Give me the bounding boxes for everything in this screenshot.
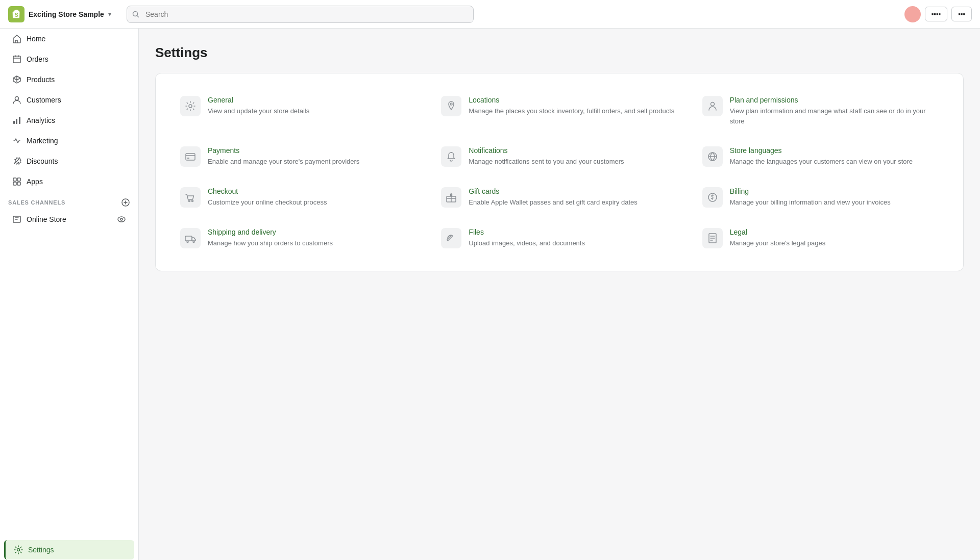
search-bar bbox=[127, 6, 474, 23]
store-dropdown-icon[interactable]: ▾ bbox=[108, 11, 111, 18]
general-desc: View and update your store details bbox=[208, 107, 309, 115]
sidebar-label-marketing: Marketing bbox=[27, 137, 58, 145]
general-icon-box bbox=[180, 96, 201, 116]
settings-block-gift-cards[interactable]: Gift cards Enable Apple Wallet passes an… bbox=[429, 177, 690, 218]
locations-desc: Manage the places you stock inventory, f… bbox=[469, 107, 674, 115]
header-right: ▪▪▪▪ ▪▪▪ bbox=[904, 6, 972, 22]
sidebar-label-analytics: Analytics bbox=[27, 116, 55, 124]
settings-block-languages[interactable]: Store languages Manage the languages you… bbox=[690, 136, 951, 177]
svg-point-16 bbox=[118, 217, 125, 222]
shipping-icon-box bbox=[180, 228, 201, 248]
top-header: S Exciting Store Sample ▾ ▪▪▪▪ ▪▪▪ bbox=[0, 0, 980, 29]
svg-point-27 bbox=[192, 200, 193, 202]
customers-icon bbox=[12, 95, 21, 105]
general-title: General bbox=[208, 96, 416, 104]
svg-rect-6 bbox=[16, 119, 17, 124]
header-button-1[interactable]: ▪▪▪▪ bbox=[925, 7, 947, 21]
sidebar-item-products[interactable]: Products bbox=[4, 70, 134, 89]
sidebar-item-online-store[interactable]: Online Store bbox=[4, 210, 134, 229]
legal-text: Legal Manage your store's legal pages bbox=[730, 228, 939, 248]
gift-cards-title: Gift cards bbox=[469, 187, 677, 195]
settings-icon bbox=[14, 545, 23, 554]
gift-cards-icon-box bbox=[441, 187, 461, 208]
sidebar-item-orders[interactable]: Orders bbox=[4, 49, 134, 69]
add-sales-channel-button[interactable] bbox=[121, 198, 130, 207]
settings-block-notifications[interactable]: Notifications Manage notifications sent … bbox=[429, 136, 690, 177]
products-icon bbox=[12, 75, 21, 84]
payments-desc: Enable and manage your store's payment p… bbox=[208, 158, 359, 165]
search-input[interactable] bbox=[127, 6, 474, 23]
discounts-icon bbox=[12, 157, 21, 166]
languages-desc: Manage the languages your customers can … bbox=[730, 158, 913, 165]
gift-cards-desc: Enable Apple Wallet passes and set gift … bbox=[469, 198, 637, 206]
settings-block-checkout[interactable]: Checkout Customize your online checkout … bbox=[168, 177, 429, 218]
sidebar-item-analytics[interactable]: Analytics bbox=[4, 111, 134, 130]
settings-grid: General View and update your store detai… bbox=[168, 86, 951, 259]
svg-rect-11 bbox=[17, 178, 20, 181]
sidebar-item-customers[interactable]: Customers bbox=[4, 90, 134, 110]
sidebar-label-home: Home bbox=[27, 35, 45, 43]
sidebar-label-products: Products bbox=[27, 75, 55, 84]
svg-point-19 bbox=[189, 105, 192, 108]
billing-icon-box bbox=[702, 187, 723, 208]
plan-icon-box bbox=[702, 96, 723, 116]
checkout-icon-box bbox=[180, 187, 201, 208]
svg-rect-22 bbox=[186, 154, 195, 160]
main-content: Settings General View and update your st… bbox=[139, 29, 980, 560]
settings-block-payments[interactable]: Payments Enable and manage your store's … bbox=[168, 136, 429, 177]
main-layout: Home Orders Products Customers Analytics bbox=[0, 29, 980, 560]
sidebar-item-home[interactable]: Home bbox=[4, 29, 134, 48]
legal-title: Legal bbox=[730, 228, 939, 236]
online-store-label: Online Store bbox=[27, 215, 66, 223]
files-text: Files Upload images, videos, and documen… bbox=[469, 228, 677, 248]
checkout-text: Checkout Customize your online checkout … bbox=[208, 187, 416, 208]
online-store-eye-icon[interactable] bbox=[117, 215, 126, 224]
shipping-title: Shipping and delivery bbox=[208, 228, 416, 236]
svg-rect-23 bbox=[187, 158, 189, 159]
shipping-text: Shipping and delivery Manage how you shi… bbox=[208, 228, 416, 248]
notifications-icon-box bbox=[441, 146, 461, 167]
legal-icon-box bbox=[702, 228, 723, 248]
settings-block-general[interactable]: General View and update your store detai… bbox=[168, 86, 429, 136]
settings-block-shipping[interactable]: Shipping and delivery Manage how you shi… bbox=[168, 218, 429, 259]
sidebar-item-discounts[interactable]: Discounts bbox=[4, 151, 134, 171]
svg-rect-3 bbox=[13, 56, 20, 63]
avatar bbox=[904, 6, 921, 22]
sidebar-item-apps[interactable]: Apps bbox=[4, 172, 134, 191]
settings-block-legal[interactable]: Legal Manage your store's legal pages bbox=[690, 218, 951, 259]
shipping-desc: Manage how you ship orders to customers bbox=[208, 239, 333, 247]
payments-title: Payments bbox=[208, 146, 416, 155]
sidebar-label-apps: Apps bbox=[27, 177, 43, 186]
settings-block-locations[interactable]: Locations Manage the places you stock in… bbox=[429, 86, 690, 136]
sidebar-label-orders: Orders bbox=[27, 55, 48, 63]
sidebar-label-discounts: Discounts bbox=[27, 157, 58, 165]
files-icon-box bbox=[441, 228, 461, 248]
sidebar-item-settings[interactable]: Settings bbox=[4, 540, 134, 559]
settings-block-files[interactable]: Files Upload images, videos, and documen… bbox=[429, 218, 690, 259]
header-button-2[interactable]: ▪▪▪ bbox=[951, 7, 972, 21]
page-title: Settings bbox=[155, 45, 964, 61]
svg-rect-13 bbox=[17, 182, 20, 185]
settings-label: Settings bbox=[28, 546, 54, 554]
search-icon bbox=[132, 10, 140, 18]
svg-point-4 bbox=[15, 97, 19, 100]
svg-point-17 bbox=[120, 218, 122, 220]
checkout-desc: Customize your online checkout process bbox=[208, 198, 327, 206]
home-icon bbox=[12, 34, 21, 43]
svg-point-20 bbox=[450, 103, 452, 105]
plan-text: Plan and permissions View plan informati… bbox=[730, 96, 939, 126]
logo-area[interactable]: S Exciting Store Sample ▾ bbox=[8, 6, 120, 22]
locations-title: Locations bbox=[469, 96, 677, 104]
checkout-title: Checkout bbox=[208, 187, 416, 195]
sidebar-item-marketing[interactable]: Marketing bbox=[4, 131, 134, 150]
files-title: Files bbox=[469, 228, 677, 236]
settings-block-billing[interactable]: Billing Manage your billing information … bbox=[690, 177, 951, 218]
svg-point-31 bbox=[187, 241, 188, 243]
billing-desc: Manage your billing information and view… bbox=[730, 198, 891, 206]
settings-block-plan[interactable]: Plan and permissions View plan informati… bbox=[690, 86, 951, 136]
svg-point-24 bbox=[451, 152, 452, 153]
sidebar-label-customers: Customers bbox=[27, 96, 61, 104]
payments-text: Payments Enable and manage your store's … bbox=[208, 146, 416, 167]
files-desc: Upload images, videos, and documents bbox=[469, 239, 585, 247]
svg-rect-12 bbox=[13, 182, 16, 185]
